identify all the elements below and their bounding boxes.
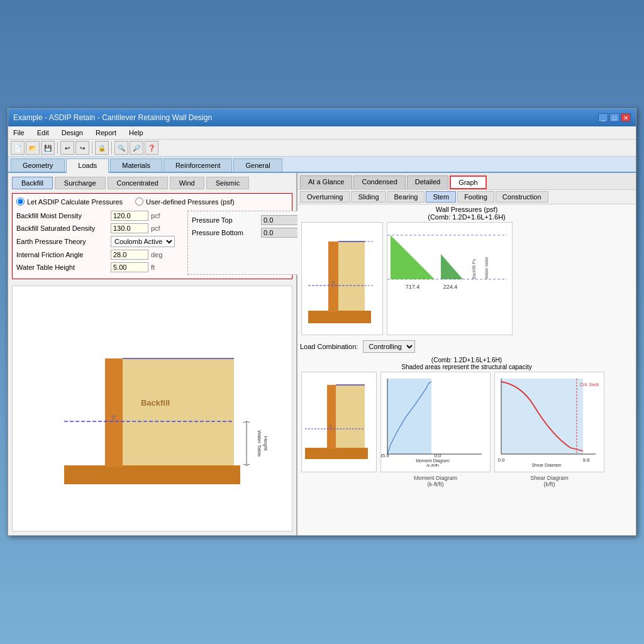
minimize-button[interactable]: _ (598, 113, 608, 122)
shear-val-right: 9.8 (582, 457, 590, 463)
toolbar-lock[interactable]: 🔒 (95, 141, 109, 155)
pressure-graph: 717.4 224.4 Backfill Ps Water table (387, 222, 513, 335)
moment-label-row: Moment Diagram (k-ft/ft) (380, 475, 491, 487)
toolbar-save[interactable]: 💾 (41, 141, 55, 155)
saturated-density-row: Backfill Saturated Density pcf (16, 223, 175, 233)
saturated-density-unit: pcf (151, 225, 160, 232)
menu-bar: File Edit Design Report Help (8, 126, 636, 140)
pressure-svg: 717.4 224.4 Backfill Ps Water table (387, 223, 507, 330)
tab-materials[interactable]: Materials (110, 158, 162, 172)
shear-capacity-area (501, 379, 583, 454)
radio-user[interactable]: User-defined Pressures (psf) (135, 197, 235, 206)
tab-geometry[interactable]: Geometry (11, 158, 65, 172)
small-wall-diagram: ▽ (301, 222, 383, 335)
tab-overturning[interactable]: Overturning (300, 191, 350, 203)
toolbar: 📄 📂 💾 ↩ ↪ 🔒 🔍 🔎 ❓ (8, 140, 636, 157)
load-tab-seismic[interactable]: Seismic (206, 177, 250, 189)
combo-select[interactable]: Controlling 1.2D+1.6L 1.0D+1.0L (363, 340, 415, 353)
radio-asdip[interactable]: Let ASDIP Calculate Pressures (16, 197, 123, 206)
right-tabs-row2: Overturning Sliding Bearing Stem Footing… (297, 190, 636, 204)
stem (105, 358, 123, 467)
shear-title: Shear Diagram (531, 463, 561, 467)
earth-pressure-row: Earth Pressure Theory Coulomb Active Ran… (16, 236, 175, 247)
pressure-top-label: Pressure Top (192, 216, 261, 224)
window-controls: _ □ ✕ (598, 113, 631, 122)
load-tab-concentrated[interactable]: Concentrated (108, 177, 168, 189)
pressure-top-row: Pressure Top (192, 215, 299, 225)
moist-density-input[interactable] (111, 211, 148, 221)
shear-svg: 0.0 9.8 Crit. Section Shear Diagram (495, 372, 599, 467)
svg-rect-10 (305, 448, 368, 459)
toolbar-sep1 (57, 142, 58, 154)
toolbar-redo[interactable]: ↪ (75, 141, 89, 155)
crit-section-label: Crit. Section (580, 382, 599, 387)
tab-reinforcement[interactable]: Reinforcement (164, 158, 233, 172)
menu-design[interactable]: Design (59, 128, 86, 138)
pressure-bottom-row: Pressure Bottom (192, 228, 299, 238)
load-tab-wind[interactable]: Wind (170, 177, 204, 189)
right-panel: At a Glance Condensed Detailed Graph Ove… (297, 173, 636, 535)
tab-at-a-glance[interactable]: At a Glance (300, 175, 352, 189)
tab-loads[interactable]: Loads (66, 158, 109, 173)
radio-asdip-input[interactable] (16, 197, 25, 206)
wall-pressures-title: Wall Pressures (psf) (299, 206, 635, 213)
water-table-dim-arrow2 (247, 421, 250, 423)
close-button[interactable]: ✕ (621, 113, 631, 122)
backfill-label: Backfill (141, 398, 170, 408)
pressure-top-input[interactable] (261, 215, 299, 225)
tab-sliding[interactable]: Sliding (351, 191, 386, 203)
friction-angle-label: Internal Friction Angle (16, 251, 111, 258)
toolbar-undo[interactable]: ↩ (60, 141, 74, 155)
pressure-bottom-input[interactable] (261, 228, 299, 238)
saturated-density-input[interactable] (111, 223, 148, 233)
tab-graph[interactable]: Graph (450, 175, 487, 189)
bottom-graph-title-area: (Comb: 1.2D+1.6L+1.6H) Shaded areas repr… (297, 355, 636, 372)
backfill-pressure-triangle (391, 235, 435, 279)
water-table-input[interactable] (111, 262, 148, 272)
water-table-label: Water Table Height (16, 264, 111, 271)
menu-edit[interactable]: Edit (35, 128, 52, 138)
pressure-value1: 717.4 (406, 284, 420, 290)
earth-pressure-label: Earth Pressure Theory (16, 238, 111, 245)
menu-report[interactable]: Report (93, 128, 119, 138)
radio-row: Let ASDIP Calculate Pressures User-defin… (16, 197, 288, 206)
moment-title: Moment Diagram (416, 458, 450, 464)
water-table-height-label2: Height (263, 436, 269, 451)
form-and-user-pressure: Backfill Moist Density pcf Backfill Satu… (16, 211, 288, 275)
tab-condensed[interactable]: Condensed (353, 175, 405, 189)
radio-user-input[interactable] (135, 197, 143, 206)
tab-general[interactable]: General (233, 158, 282, 172)
water-table-height-label: Water Table (257, 430, 262, 457)
load-tab-surcharge[interactable]: Surcharge (55, 177, 106, 189)
maximize-button[interactable]: □ (609, 113, 619, 122)
tab-bearing[interactable]: Bearing (387, 191, 425, 203)
moment-val-left: 45.9 (381, 453, 389, 458)
radio-user-label: User-defined Pressures (psf) (146, 198, 235, 206)
toolbar-search[interactable]: 🔍 (114, 141, 128, 155)
bottom-graphs-row: ▽ 45.9 (297, 372, 636, 475)
shear-diagram-label: Shear Diagram (530, 475, 569, 481)
tab-detailed[interactable]: Detailed (407, 175, 448, 189)
menu-help[interactable]: Help (126, 128, 146, 138)
content-area: Backfill Surcharge Concentrated Wind Sei… (8, 173, 636, 535)
earth-pressure-select[interactable]: Coulomb Active Rankine Active (111, 236, 175, 247)
water-table-dim-arrow4 (247, 464, 250, 465)
shear-diagram-box: 0.0 9.8 Crit. Section Shear Diagram (494, 372, 604, 472)
tab-stem[interactable]: Stem (426, 191, 456, 203)
moist-density-label: Backfill Moist Density (16, 212, 111, 219)
load-tab-backfill[interactable]: Backfill (12, 177, 53, 189)
water-table-row: Water Table Height ft (16, 262, 175, 272)
toolbar-new[interactable]: 📄 (11, 141, 25, 155)
water-table-symbol: ▽ (111, 414, 116, 421)
toolbar-help[interactable]: ❓ (145, 141, 158, 155)
moment-diagram-label: Moment Diagram (414, 475, 457, 481)
toolbar-open[interactable]: 📂 (26, 141, 40, 155)
left-panel: Backfill Surcharge Concentrated Wind Sei… (8, 173, 297, 535)
svg-text:▽: ▽ (329, 425, 332, 428)
toolbar-zoom[interactable]: 🔎 (130, 141, 143, 155)
friction-angle-input[interactable] (111, 250, 148, 260)
bottom-subtitle: Shaded areas represent the structural ca… (299, 364, 635, 370)
tab-construction[interactable]: Construction (496, 191, 548, 203)
menu-file[interactable]: File (11, 128, 27, 138)
tab-footing[interactable]: Footing (457, 191, 494, 203)
